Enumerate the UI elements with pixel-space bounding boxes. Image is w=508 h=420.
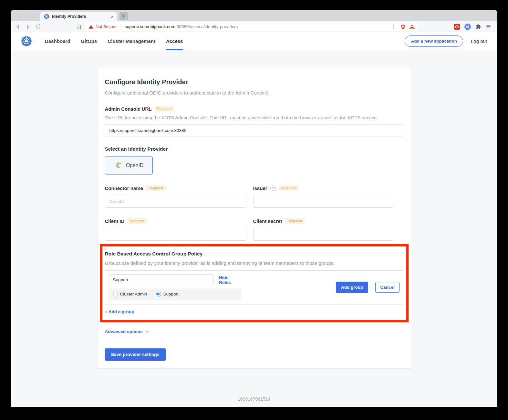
screenshot-frame: Identity Providers × + Not — [0, 0, 508, 420]
close-window-button[interactable] — [18, 14, 22, 18]
profile-avatar[interactable]: M — [464, 24, 471, 30]
menu-icon[interactable] — [485, 24, 492, 30]
kubernetes-logo — [21, 32, 32, 50]
required-badge: Required — [279, 185, 298, 191]
reload-icon[interactable] — [35, 24, 41, 30]
save-provider-settings-button[interactable]: Save provider settings — [105, 348, 166, 361]
cancel-button[interactable]: Cancel — [375, 282, 399, 293]
page-subtitle: Configure additional ODIC providers to a… — [105, 90, 403, 95]
forward-icon[interactable] — [25, 24, 31, 30]
radio-support[interactable]: Support — [156, 292, 179, 296]
url-path: :30880/access/identity-providers — [175, 24, 238, 29]
role-radio-group: Cluster Admin Support — [109, 288, 241, 300]
radio-cluster-admin[interactable]: Cluster Admin — [113, 292, 147, 296]
not-secure-label: Not Secure — [96, 24, 117, 29]
tab-title: Identity Providers — [52, 14, 108, 19]
radio-support-label: Support — [163, 292, 179, 296]
bat-rewards-icon[interactable] — [409, 24, 415, 30]
rbac-subtitle: Groups are defined by your identity prov… — [105, 260, 403, 266]
kubernetes-favicon-icon — [44, 14, 49, 19]
logout-link[interactable]: Log out — [471, 38, 487, 44]
issuer-label: Issuer — [253, 185, 267, 191]
openid-icon — [114, 161, 123, 170]
chevron-down-icon — [145, 329, 149, 334]
browser-tab[interactable]: Identity Providers × — [40, 12, 117, 21]
openid-option-label: OpenID — [126, 163, 143, 168]
divider — [105, 304, 403, 305]
client-secret-input[interactable] — [253, 228, 393, 241]
tab-strip: Identity Providers × + — [11, 10, 497, 21]
rbac-title: Role Based Access Control Group Policy — [105, 251, 403, 257]
rbac-highlight-box: Role Based Access Control Group Policy G… — [100, 244, 409, 322]
bookmark-icon[interactable] — [76, 24, 82, 30]
issuer-input[interactable] — [253, 195, 393, 208]
close-tab-icon[interactable]: × — [111, 14, 114, 19]
openid-provider-option[interactable]: OpenID — [105, 156, 153, 175]
required-badge: Required — [155, 106, 174, 112]
browser-toolbar: Not Secure superci.somebigbank.com :3088… — [11, 21, 497, 32]
group-editor-row: Hide Roles Cluster Admin Support — [105, 275, 403, 300]
url-divider-2 — [393, 24, 394, 29]
nav-item-cluster-management[interactable]: Cluster Management — [108, 32, 155, 50]
advanced-options-label: Advanced options — [105, 329, 143, 334]
divider — [105, 270, 403, 271]
nav-item-gitops[interactable]: GitOps — [81, 32, 97, 50]
extensions-puzzle-icon[interactable] — [475, 24, 481, 30]
admin-console-url-help: The URL for accessing the KOTS Admin Con… — [105, 115, 403, 120]
client-id-input[interactable] — [105, 228, 246, 241]
browser-window: Identity Providers × + Not — [11, 10, 497, 407]
radio-unselected-icon — [113, 292, 118, 296]
maximize-window-button[interactable] — [31, 14, 36, 18]
url-host: superci.somebigbank.com — [125, 24, 175, 29]
nav-item-dashboard[interactable]: Dashboard — [45, 32, 70, 50]
window-controls — [11, 10, 40, 21]
url-bar[interactable]: Not Secure superci.somebigbank.com :3088… — [85, 22, 418, 31]
admin-console-url-label: Admin Console URL — [105, 106, 152, 112]
page-content: Configure Identity Provider Configure ad… — [11, 50, 497, 407]
admin-console-url-input[interactable] — [105, 124, 403, 136]
page-title: Configure Identity Provider — [105, 78, 403, 86]
connector-name-label: Connector name — [105, 185, 143, 191]
group-name-input[interactable] — [109, 275, 213, 285]
select-identity-provider-label: Select an Identity Provider — [105, 146, 403, 152]
connector-name-input[interactable] — [105, 195, 246, 208]
new-tab-button[interactable]: + — [119, 12, 128, 20]
app-navigation: Dashboard GitOps Cluster Management Acce… — [11, 32, 497, 50]
brave-shield-icon[interactable] — [400, 24, 406, 30]
identity-provider-card: Configure Identity Provider Configure ad… — [97, 67, 411, 369]
issuer-help-icon[interactable]: ? — [270, 185, 276, 191]
minimize-window-button[interactable] — [25, 14, 29, 18]
back-icon[interactable] — [15, 24, 21, 30]
extension-icon-red[interactable] — [454, 24, 460, 30]
add-a-group-link[interactable]: + Add a group — [105, 309, 134, 314]
required-badge: Required — [127, 218, 147, 224]
nav-item-access[interactable]: Access — [166, 32, 183, 50]
add-new-application-button[interactable]: Add a new application — [405, 35, 463, 47]
radio-selected-icon — [156, 292, 161, 296]
required-badge: Required — [146, 185, 166, 191]
required-badge: Required — [285, 218, 305, 224]
hide-roles-link[interactable]: Hide Roles — [219, 275, 241, 285]
radio-cluster-admin-label: Cluster Admin — [120, 292, 147, 296]
not-secure-warning-icon — [88, 24, 94, 29]
client-id-label: Client ID — [105, 218, 125, 224]
advanced-options-link[interactable]: Advanced options — [105, 329, 149, 334]
url-divider — [121, 24, 121, 29]
add-group-button[interactable]: Add group — [336, 282, 368, 293]
footer-timestamp: 1609167061514 — [11, 396, 497, 402]
client-secret-label: Client secret — [253, 218, 282, 224]
